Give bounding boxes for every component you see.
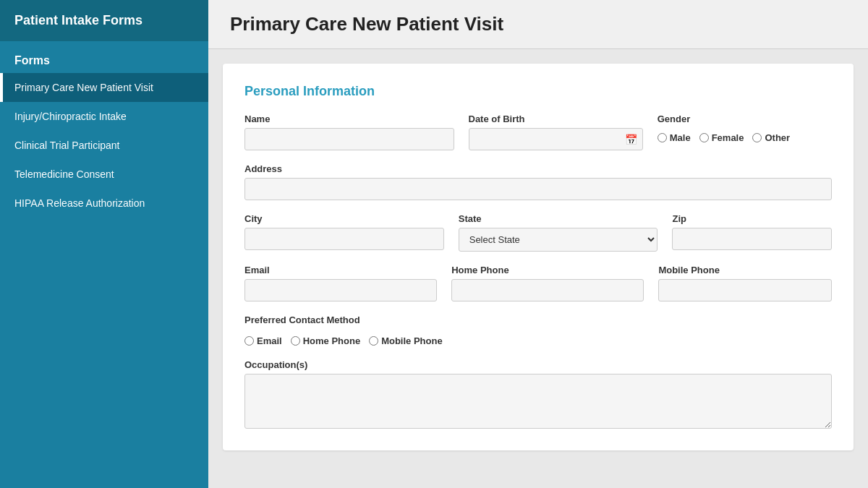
zip-group: Zip bbox=[672, 213, 832, 250]
gender-radio-group: Male Female Other bbox=[658, 128, 832, 143]
email-input[interactable] bbox=[244, 279, 437, 301]
sidebar-item-clinical-trial[interactable]: Clinical Trial Participant bbox=[0, 131, 208, 160]
occupation-group: Occupation(s) bbox=[244, 359, 832, 429]
city-label: City bbox=[244, 213, 444, 224]
mobilephone-group: Mobile Phone bbox=[658, 265, 832, 301]
contact-email-option[interactable]: Email bbox=[244, 335, 282, 346]
sidebar-header: Patient Intake Forms bbox=[0, 0, 208, 41]
contact-mobilephone-option[interactable]: Mobile Phone bbox=[369, 335, 443, 346]
email-label: Email bbox=[244, 265, 437, 275]
gender-group: Gender Male Female Other bbox=[658, 114, 832, 143]
occupation-label: Occupation(s) bbox=[244, 359, 832, 370]
dob-input[interactable] bbox=[469, 128, 643, 150]
state-label: State bbox=[459, 213, 658, 224]
preferred-contact-label: Preferred Contact Method bbox=[244, 314, 832, 325]
name-group: Name bbox=[244, 114, 454, 150]
state-select[interactable]: Select State Alabama Alaska Arizona Cali… bbox=[459, 228, 658, 252]
homephone-input[interactable] bbox=[451, 279, 644, 301]
gender-female-option[interactable]: Female bbox=[699, 132, 744, 143]
dob-group: Date of Birth 📅 bbox=[469, 114, 643, 150]
address-input[interactable] bbox=[244, 178, 832, 200]
contact-email-radio[interactable] bbox=[244, 336, 254, 346]
zip-label: Zip bbox=[672, 213, 832, 224]
sidebar-title: Patient Intake Forms bbox=[14, 13, 142, 27]
city-state-zip-row: City State Select State Alabama Alaska A… bbox=[244, 213, 832, 252]
main-header: Primary Care New Patient Visit bbox=[208, 0, 868, 49]
name-label: Name bbox=[244, 114, 454, 124]
gender-other-option[interactable]: Other bbox=[752, 132, 790, 143]
address-label: Address bbox=[244, 163, 832, 174]
page-title: Primary Care New Patient Visit bbox=[230, 13, 503, 35]
sidebar-item-hipaa[interactable]: HIPAA Release Authorization bbox=[0, 189, 208, 218]
zip-input[interactable] bbox=[672, 228, 832, 250]
name-input[interactable] bbox=[244, 128, 454, 150]
main-content: Primary Care New Patient Visit Personal … bbox=[208, 0, 868, 488]
sidebar-forms-label: Forms bbox=[0, 41, 208, 73]
preferred-contact-radio-group: Email Home Phone Mobile Phone bbox=[244, 331, 832, 346]
address-group: Address bbox=[244, 163, 832, 200]
contact-homephone-option[interactable]: Home Phone bbox=[291, 335, 360, 346]
email-group: Email bbox=[244, 265, 437, 301]
state-group: State Select State Alabama Alaska Arizon… bbox=[459, 213, 658, 252]
contact-row: Email Home Phone Mobile Phone bbox=[244, 265, 832, 301]
occupation-textarea[interactable] bbox=[244, 374, 832, 429]
gender-other-radio[interactable] bbox=[752, 133, 762, 142]
sidebar-item-telemedicine[interactable]: Telemedicine Consent bbox=[0, 160, 208, 189]
section-title: Personal Information bbox=[244, 84, 832, 99]
gender-male-option[interactable]: Male bbox=[658, 132, 691, 143]
mobilephone-label: Mobile Phone bbox=[658, 265, 832, 275]
dob-wrapper: 📅 bbox=[469, 128, 643, 150]
gender-male-radio[interactable] bbox=[658, 133, 667, 142]
sidebar: Patient Intake Forms Forms Primary Care … bbox=[0, 0, 208, 488]
sidebar-item-injury-chiropractic[interactable]: Injury/Chiropractic Intake bbox=[0, 102, 208, 131]
form-container: Personal Information Name Date of Birth … bbox=[223, 64, 854, 450]
gender-female-radio[interactable] bbox=[699, 133, 709, 142]
preferred-contact-section: Preferred Contact Method Email Home Phon… bbox=[244, 314, 832, 346]
homephone-group: Home Phone bbox=[451, 265, 644, 301]
city-group: City bbox=[244, 213, 444, 250]
homephone-label: Home Phone bbox=[451, 265, 644, 275]
city-input[interactable] bbox=[244, 228, 444, 250]
gender-label: Gender bbox=[658, 114, 832, 124]
name-dob-gender-row: Name Date of Birth 📅 Gender Male bbox=[244, 114, 832, 150]
address-row: Address bbox=[244, 163, 832, 200]
contact-homephone-radio[interactable] bbox=[291, 336, 300, 346]
contact-mobilephone-radio[interactable] bbox=[369, 336, 378, 346]
sidebar-item-primary-care[interactable]: Primary Care New Patient Visit bbox=[0, 73, 208, 102]
dob-label: Date of Birth bbox=[469, 114, 643, 124]
mobilephone-input[interactable] bbox=[658, 279, 832, 301]
